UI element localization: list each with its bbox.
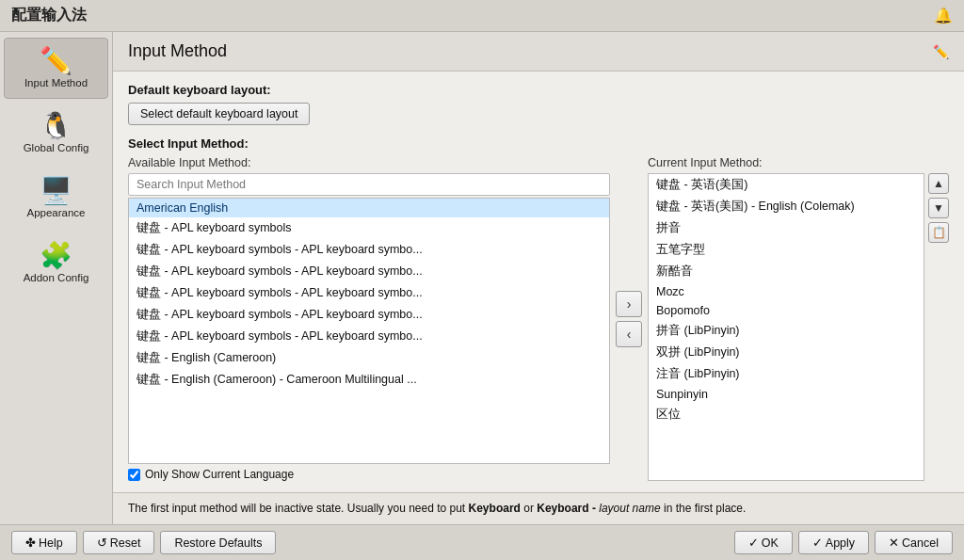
list-item[interactable]: 键盘 - English (Cameroon) [129, 347, 609, 369]
list-item[interactable]: 键盘 - APL keyboard symbols - APL keyboard… [129, 282, 609, 304]
restore-label: Restore Defaults [174, 536, 262, 550]
list-item[interactable]: 双拼 (LibPinyin) [649, 342, 924, 363]
sidebar-label-input-method: Input Method [24, 77, 88, 88]
list-item[interactable]: 键盘 - APL keyboard symbols - APL keyboard… [129, 239, 609, 261]
sidebar-label-global-config: Global Config [24, 142, 89, 153]
scroll-up-button[interactable]: ▲ [928, 173, 949, 194]
content-header: Input Method ✏️ [113, 32, 964, 72]
cancel-icon: ✕ [889, 536, 899, 550]
ok-checkmark-icon: ✓ [748, 536, 759, 550]
list-item[interactable]: 键盘 - APL keyboard symbols - APL keyboard… [129, 261, 609, 282]
current-im-col-header: Current Input Method: [648, 156, 949, 169]
add-to-current-button[interactable]: › [616, 291, 642, 317]
cancel-button[interactable]: ✕ Cancel [875, 531, 953, 554]
list-item[interactable]: 区位 [649, 404, 924, 425]
config-button[interactable]: 📋 [928, 222, 949, 243]
sidebar-item-addon-config[interactable]: 🧩 Addon Config [4, 232, 108, 294]
im-row: Available Input Method: American English… [128, 156, 949, 481]
transfer-arrows: › ‹ [614, 156, 644, 481]
list-item[interactable]: 拼音 (LibPinyin) [649, 320, 924, 342]
help-icon: ✤ [25, 536, 36, 550]
content-area: Input Method ✏️ Default keyboard layout:… [113, 32, 964, 524]
app-title: 配置输入法 [11, 6, 87, 25]
search-input[interactable] [128, 173, 610, 196]
default-keyboard-section: Default keyboard layout: Select default … [128, 83, 949, 136]
list-item[interactable]: Mozc [649, 282, 924, 301]
list-item[interactable]: 键盘 - APL keyboard symbols - APL keyboard… [129, 326, 609, 347]
sidebar-item-global-config[interactable]: 🐧 Global Config [4, 103, 108, 164]
puzzle-icon: 🧩 [40, 243, 72, 269]
sidebar-label-appearance: Appearance [26, 207, 85, 218]
bottom-left-buttons: ✤ Help ↺ Reset Restore Defaults [11, 531, 276, 554]
sidebar-label-addon-config: Addon Config [24, 272, 89, 283]
only-show-current-language-checkbox[interactable] [128, 469, 140, 481]
help-button[interactable]: ✤ Help [11, 531, 77, 554]
select-im-label: Select Input Method: [128, 136, 949, 151]
edit-icon: ✏️ [933, 44, 949, 59]
available-im-col-header: Available Input Method: [128, 156, 610, 169]
apply-button[interactable]: ✓ Apply [798, 531, 869, 554]
list-item[interactable]: Sunpinyin [649, 385, 924, 404]
reset-button[interactable]: ↺ Reset [83, 531, 155, 554]
title-bar-icon: 🔔 [934, 7, 953, 24]
remove-from-current-button[interactable]: ‹ [616, 321, 642, 347]
current-im-section: Current Input Method: 键盘 - 英语(美国) 键盘 - 英… [648, 156, 949, 481]
reset-icon: ↺ [97, 536, 107, 550]
default-keyboard-label: Default keyboard layout: [128, 83, 949, 97]
linux-icon: 🐧 [40, 113, 72, 139]
list-item[interactable]: Bopomofo [649, 301, 924, 320]
scroll-down-button[interactable]: ▼ [928, 198, 949, 218]
available-im-section: Available Input Method: American English… [128, 156, 610, 481]
sidebar-item-appearance[interactable]: 🖥️ Appearance [4, 168, 108, 229]
display-icon: 🖥️ [40, 178, 72, 204]
current-im-inner: 键盘 - 英语(美国) 键盘 - 英语(美国) - English (Colem… [648, 173, 949, 481]
list-item[interactable]: American English [129, 199, 609, 217]
info-bar: The first input method will be inactive … [113, 492, 964, 524]
list-item[interactable]: 键盘 - 英语(美国) [649, 174, 924, 196]
list-item[interactable]: 键盘 - 英语(美国) - English (Colemak) [649, 196, 924, 217]
available-im-list[interactable]: American English 键盘 - APL keyboard symbo… [128, 198, 610, 464]
content-body: Default keyboard layout: Select default … [113, 72, 964, 492]
current-im-list[interactable]: 键盘 - 英语(美国) 键盘 - 英语(美国) - English (Colem… [648, 173, 924, 481]
sidebar: ✏️ Input Method 🐧 Global Config 🖥️ Appea… [0, 32, 113, 524]
list-item[interactable]: 拼音 [649, 217, 924, 239]
list-item[interactable]: 键盘 - English (Cameroon) - Cameroon Multi… [129, 369, 609, 391]
pencil-icon: ✏️ [40, 48, 72, 74]
only-show-current-language-label: Only Show Current Language [145, 468, 294, 481]
content-title: Input Method [128, 41, 227, 61]
only-show-current-language-row: Only Show Current Language [128, 468, 610, 481]
current-im-scroll-controls: ▲ ▼ 📋 [924, 173, 949, 481]
restore-defaults-button[interactable]: Restore Defaults [160, 531, 276, 554]
list-item[interactable]: 键盘 - APL keyboard symbols - APL keyboard… [129, 304, 609, 326]
list-item[interactable]: 键盘 - APL keyboard symbols [129, 217, 609, 239]
ok-button[interactable]: ✓ OK [734, 531, 793, 554]
title-bar: 配置输入法 🔔 [0, 0, 964, 32]
list-item[interactable]: 新酷音 [649, 261, 924, 282]
bottom-bar: ✤ Help ↺ Reset Restore Defaults ✓ OK ✓ A… [0, 524, 964, 560]
apply-checkmark-icon: ✓ [812, 536, 823, 550]
select-keyboard-layout-button[interactable]: Select default keyboard layout [128, 103, 310, 125]
sidebar-item-input-method[interactable]: ✏️ Input Method [4, 38, 108, 99]
main-container: ✏️ Input Method 🐧 Global Config 🖥️ Appea… [0, 32, 964, 524]
list-item[interactable]: 五笔字型 [649, 239, 924, 261]
list-item[interactable]: 注音 (LibPinyin) [649, 363, 924, 385]
bottom-right-buttons: ✓ OK ✓ Apply ✕ Cancel [734, 531, 953, 554]
